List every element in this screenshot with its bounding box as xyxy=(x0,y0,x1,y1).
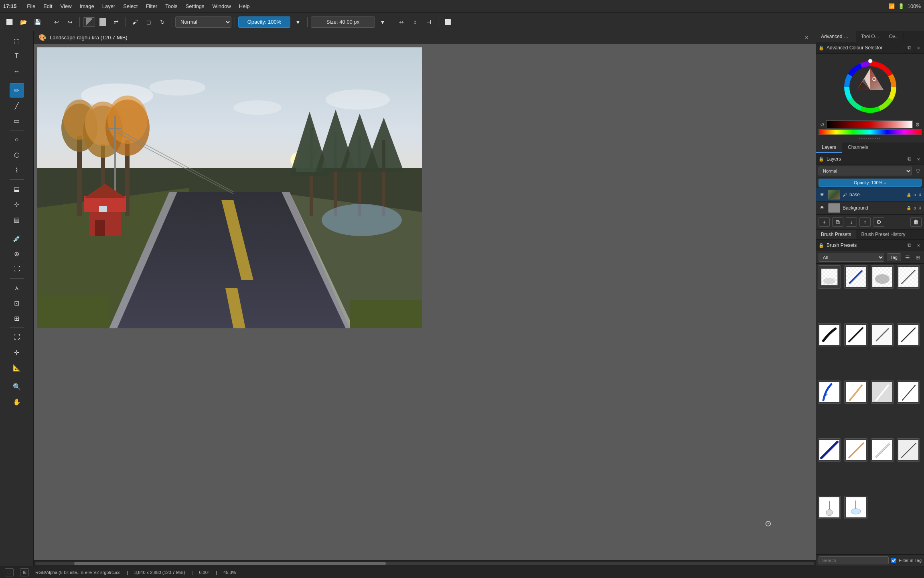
brush-grid-view-button[interactable]: ⊞ xyxy=(914,254,922,261)
colour-close-button[interactable]: × xyxy=(915,44,922,52)
canvas-zoom-button[interactable]: ⊞ xyxy=(20,568,29,576)
menu-layer[interactable]: Layer xyxy=(98,2,120,11)
colour-settings-button[interactable]: ⚙ xyxy=(914,121,922,128)
flip-h-button[interactable]: ⇿ xyxy=(395,16,407,28)
brush-item-pen-blue[interactable] xyxy=(844,265,867,289)
brush-item-airbrush[interactable] xyxy=(871,265,894,289)
ellipse-tool[interactable]: ○ xyxy=(10,132,24,147)
brush-detach-button[interactable]: ⧉ xyxy=(906,241,913,249)
gradient-tool[interactable]: ▤ xyxy=(10,212,24,227)
eraser-tool-button[interactable]: ◻ xyxy=(143,16,155,28)
fullscreen-button[interactable]: ⬜ xyxy=(442,16,454,28)
brush-item-ink-1[interactable] xyxy=(818,323,841,346)
path-tool[interactable]: ⌇ xyxy=(10,163,24,177)
colour-detach-button[interactable]: ⧉ xyxy=(906,44,913,52)
add-layer-button[interactable]: + xyxy=(819,217,830,227)
layers-filter-button[interactable]: ▽ xyxy=(914,167,922,175)
move-up-button[interactable]: ↑ xyxy=(859,217,871,227)
brush-item-eraser-soft[interactable] xyxy=(818,265,841,289)
size-options-button[interactable]: ▼ xyxy=(377,16,389,28)
foreground-color-button[interactable] xyxy=(83,17,95,27)
duplicate-layer-button[interactable]: ⧉ xyxy=(832,217,843,227)
polygon-tool[interactable]: ⬡ xyxy=(10,148,24,162)
brush-preset-history-tab[interactable]: Brush Preset History xyxy=(856,230,910,239)
zoom-tool[interactable]: 🔍 xyxy=(10,379,24,394)
layer-visibility-base[interactable]: 👁 xyxy=(819,191,826,198)
contiguous-select-tool[interactable]: ⊡ xyxy=(10,296,24,310)
pan-tool[interactable]: ✋ xyxy=(10,395,24,409)
hue-slider[interactable] xyxy=(819,129,922,135)
brush-item-pencil-beige[interactable] xyxy=(844,381,867,404)
select-rect-tool[interactable]: ⬚ xyxy=(10,34,24,48)
colour-wheel-svg[interactable] xyxy=(840,57,900,117)
brush-item-ink-2[interactable] xyxy=(844,323,867,346)
canvas-close-button[interactable]: × xyxy=(802,33,811,42)
layer-row-base[interactable]: 👁 🖌 base 🔒 α ⬇ xyxy=(816,188,924,201)
color-sampler-tool[interactable]: ⊕ xyxy=(10,246,24,261)
menu-image[interactable]: Image xyxy=(76,2,98,11)
canvas-wrapper[interactable]: ⌀ ⊙ xyxy=(34,44,816,560)
flip-v-button[interactable]: ↕ xyxy=(409,16,421,28)
layer-visibility-bg[interactable]: 👁 xyxy=(819,204,826,212)
open-button[interactable]: 📂 xyxy=(17,16,30,28)
menu-edit[interactable]: Edit xyxy=(39,2,56,11)
layer-row-background[interactable]: 👁 Background 🔒 α ⬇ xyxy=(816,201,924,215)
line-tool[interactable]: ╱ xyxy=(10,98,24,113)
menu-select[interactable]: Select xyxy=(119,2,142,11)
layers-opacity-menu[interactable]: ≡ xyxy=(884,180,886,185)
mirror-button[interactable]: ⊣ xyxy=(423,16,435,28)
painting-canvas[interactable]: ⌀ xyxy=(37,47,422,328)
opacity-options-button[interactable]: ▼ xyxy=(292,16,304,28)
eyedropper-tool[interactable]: 💉 xyxy=(10,231,24,246)
h-scrollbar-thumb[interactable] xyxy=(74,562,386,565)
text-tool[interactable]: T xyxy=(10,49,24,63)
layer-name-bg[interactable]: Background xyxy=(843,205,904,211)
colour-reset-button[interactable]: ↺ xyxy=(819,121,826,128)
background-color-button[interactable] xyxy=(97,17,109,27)
brush-item-pencil-white[interactable] xyxy=(871,381,894,404)
brush-item-bottom-4[interactable] xyxy=(897,438,920,462)
save-button[interactable]: 💾 xyxy=(31,16,44,28)
brush-tool-button[interactable]: 🖌 xyxy=(129,16,141,28)
brush-search-input[interactable] xyxy=(819,556,889,564)
menu-view[interactable]: View xyxy=(57,2,76,11)
new-document-button[interactable]: ⬜ xyxy=(3,16,16,28)
blend-mode-select[interactable]: Normal Multiply Screen Overlay xyxy=(175,16,231,28)
layers-tab[interactable]: Layers xyxy=(816,142,842,153)
merge-down-button[interactable]: ↓ xyxy=(846,217,857,227)
rect-shape-tool[interactable]: ▭ xyxy=(10,114,24,128)
brush-item-pen-blue-2[interactable] xyxy=(818,381,841,404)
smart-patch-tool[interactable]: ⊹ xyxy=(10,197,24,212)
brush-item-extra-1[interactable] xyxy=(818,496,841,519)
overview-tab[interactable]: Ov... xyxy=(884,31,904,42)
menu-file[interactable]: File xyxy=(23,2,39,11)
move-tool[interactable]: ✛ xyxy=(10,345,24,360)
brush-presets-tab[interactable]: Brush Presets xyxy=(816,230,856,239)
h-scrollbar[interactable] xyxy=(34,560,816,566)
menu-settings[interactable]: Settings xyxy=(182,2,209,11)
crop-tool[interactable]: ⛶ xyxy=(10,330,24,344)
layer-properties-button[interactable]: ⚙ xyxy=(873,217,884,227)
gradient-preview-bar[interactable] xyxy=(826,120,913,128)
brush-item-extra-2[interactable] xyxy=(844,496,867,519)
channels-tab[interactable]: Channels xyxy=(842,142,874,153)
menu-help[interactable]: Help xyxy=(235,2,254,11)
menu-tools[interactable]: Tools xyxy=(161,2,181,11)
delete-layer-button[interactable]: 🗑 xyxy=(910,217,922,227)
advanced-colour-tab[interactable]: Advanced Colour Se... xyxy=(816,31,856,42)
layer-name-base[interactable]: base xyxy=(849,192,904,197)
fill-tool[interactable]: ⬓ xyxy=(10,182,24,196)
brush-item-bottom-1[interactable] xyxy=(818,438,841,462)
swap-colors-button[interactable]: ⇄ xyxy=(110,16,122,28)
brush-item-bottom-2[interactable] xyxy=(844,438,867,462)
menu-window[interactable]: Window xyxy=(209,2,235,11)
brush-item-pencil-dark[interactable] xyxy=(897,381,920,404)
brush-item-ink-4[interactable] xyxy=(897,323,920,346)
layers-blend-select[interactable]: Normal Multiply xyxy=(819,167,912,175)
layers-detach-button[interactable]: ⧉ xyxy=(906,155,913,163)
menu-filter[interactable]: Filter xyxy=(142,2,161,11)
freeform-select-tool[interactable]: ⋏ xyxy=(10,281,24,295)
brush-item-bottom-3[interactable] xyxy=(871,438,894,462)
tool-options-tab[interactable]: Tool O... xyxy=(856,31,884,42)
h-scrollbar-track[interactable] xyxy=(35,562,814,565)
